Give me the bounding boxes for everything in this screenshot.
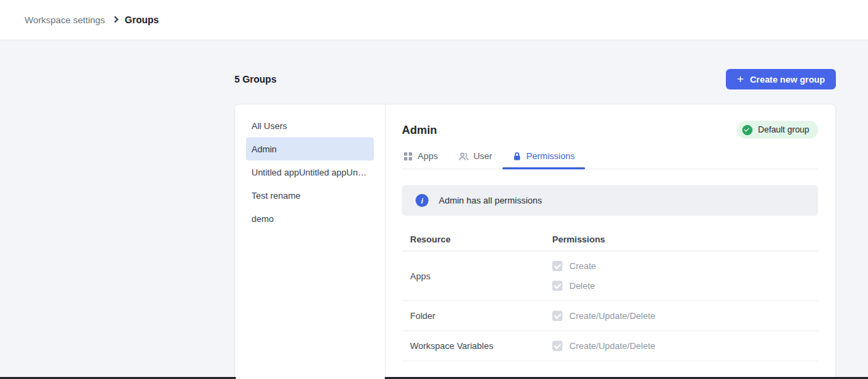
- plus-icon: +: [737, 73, 744, 85]
- info-banner-text: Admin has all permissions: [439, 195, 542, 206]
- group-detail-panel: Admin Default group: [385, 104, 835, 379]
- group-item-label: Test rename: [252, 191, 301, 201]
- default-group-badge-label: Default group: [758, 125, 809, 135]
- group-list-item-demo[interactable]: demo: [246, 207, 374, 230]
- permission-label: Create/Update/Delete: [569, 341, 655, 351]
- lock-icon: [513, 152, 521, 161]
- tab-user-label: User: [474, 151, 492, 161]
- permission-label: Create: [569, 261, 596, 271]
- permission-label: Delete: [569, 281, 595, 291]
- checkbox-checked-icon: [552, 341, 562, 351]
- check-circle-icon: [742, 125, 752, 135]
- resource-label: Workspace Variables: [402, 341, 552, 351]
- permissions-info-banner: i Admin has all permissions: [402, 185, 818, 216]
- group-item-label: All Users: [252, 121, 287, 131]
- chevron-right-icon: [111, 16, 118, 23]
- permission-item-create: Create: [552, 261, 818, 271]
- tab-permissions[interactable]: Permissions: [502, 151, 585, 169]
- resource-label: Apps: [402, 271, 552, 281]
- checkbox-checked-icon: [552, 261, 562, 271]
- group-detail-tabs: Apps User: [402, 151, 818, 169]
- groups-page: 5 Groups + Create new group All Users Ad…: [234, 40, 836, 379]
- tab-apps-label: Apps: [418, 151, 438, 161]
- checkbox-checked-icon: [552, 311, 562, 321]
- tab-apps[interactable]: Apps: [402, 151, 448, 169]
- group-list-item-admin[interactable]: Admin: [246, 137, 374, 160]
- group-list-item-test-rename[interactable]: Test rename: [246, 184, 374, 207]
- group-item-label: Untitled appUntitled appUntitle…: [252, 167, 368, 178]
- permission-label: Create/Update/Delete: [569, 311, 655, 321]
- permission-item-workspace-variables-cud: Create/Update/Delete: [552, 341, 818, 351]
- screen: Workspace settings Groups 5 Groups + Cre…: [0, 0, 868, 379]
- group-list-item-all-users[interactable]: All Users: [246, 114, 374, 137]
- breadcrumb-groups: Groups: [125, 14, 159, 25]
- group-list: All Users Admin Untitled appUntitled app…: [235, 104, 385, 379]
- table-row-folder: Folder Create/Update/Delete: [402, 301, 818, 331]
- column-header-permissions: Permissions: [552, 234, 818, 244]
- groups-count-label: 5 Groups: [234, 74, 276, 85]
- users-icon: [459, 152, 469, 161]
- resource-label: Folder: [402, 311, 552, 321]
- top-header: Workspace settings Groups: [0, 0, 868, 40]
- group-item-label: demo: [252, 214, 274, 224]
- permission-item-delete: Delete: [552, 281, 818, 291]
- table-row-workspace-variables: Workspace Variables Create/Update/Delete: [402, 331, 818, 361]
- group-item-label: Admin: [252, 144, 277, 154]
- apps-grid-icon: [403, 152, 413, 161]
- group-list-item-untitled-app[interactable]: Untitled appUntitled appUntitle…: [246, 160, 374, 184]
- tab-permissions-label: Permissions: [526, 151, 575, 161]
- page-head: 5 Groups + Create new group: [234, 69, 836, 89]
- permissions-table: Resource Permissions Apps Create: [402, 228, 818, 361]
- table-row-apps: Apps Create Delete: [402, 251, 818, 301]
- checkbox-checked-icon: [552, 281, 562, 291]
- default-group-badge: Default group: [737, 121, 818, 139]
- tab-user[interactable]: User: [448, 151, 502, 169]
- group-detail-header: Admin Default group: [402, 120, 818, 140]
- breadcrumb: Workspace settings Groups: [25, 14, 159, 25]
- breadcrumb-workspace-settings[interactable]: Workspace settings: [25, 15, 105, 25]
- group-title: Admin: [402, 124, 437, 137]
- column-header-resource: Resource: [402, 234, 552, 244]
- create-new-group-button[interactable]: + Create new group: [726, 69, 836, 89]
- info-icon: i: [416, 194, 429, 207]
- groups-panel: All Users Admin Untitled appUntitled app…: [234, 104, 836, 379]
- table-header-row: Resource Permissions: [402, 228, 818, 251]
- create-new-group-label: Create new group: [750, 74, 825, 85]
- permission-item-folder-cud: Create/Update/Delete: [552, 311, 818, 321]
